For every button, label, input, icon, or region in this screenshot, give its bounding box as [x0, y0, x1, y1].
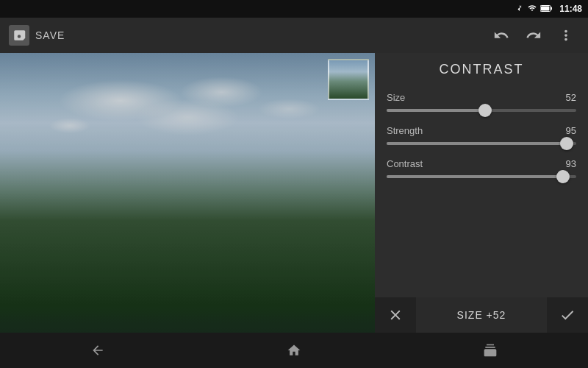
more-button[interactable]	[553, 22, 579, 49]
thumbnail-preview[interactable]	[328, 59, 369, 100]
size-slider-track[interactable]	[387, 109, 576, 112]
photo-background	[0, 53, 375, 333]
battery-icon	[540, 4, 552, 14]
contrast-slider-fill	[387, 175, 563, 178]
strength-label: Strength	[387, 125, 423, 136]
main-area: CONTRAST Size 52 Strength 95	[0, 53, 588, 333]
right-panel: CONTRAST Size 52 Strength 95	[375, 53, 588, 333]
svg-rect-2	[541, 6, 549, 10]
action-status-label: SIZE +52	[416, 297, 547, 333]
redo-button[interactable]	[520, 22, 547, 49]
contrast-slider-track[interactable]	[387, 175, 576, 178]
contrast-label: Contrast	[387, 158, 423, 169]
status-bar: 11:48	[0, 0, 588, 18]
size-slider-thumb[interactable]	[478, 104, 492, 117]
save-label[interactable]: SAVE	[35, 29, 65, 41]
status-icons: 11:48	[515, 4, 582, 14]
bluetooth-icon	[515, 4, 524, 14]
size-label: Size	[387, 92, 405, 103]
recents-button[interactable]	[468, 333, 512, 368]
home-button[interactable]	[272, 333, 316, 368]
time-display: 11:48	[559, 4, 582, 14]
image-panel	[0, 53, 375, 333]
size-slider-header: Size 52	[387, 92, 576, 103]
cancel-button[interactable]	[375, 297, 416, 333]
action-bar: SIZE +52	[375, 297, 588, 333]
size-slider-fill	[387, 109, 485, 112]
contrast-slider-thumb[interactable]	[556, 170, 570, 183]
strength-slider-track[interactable]	[387, 142, 576, 145]
contrast-slider-row: Contrast 93	[387, 158, 576, 178]
back-button[interactable]	[76, 333, 120, 368]
size-value: 52	[566, 92, 576, 103]
wifi-icon	[527, 4, 537, 14]
strength-slider-row: Strength 95	[387, 125, 576, 145]
strength-slider-fill	[387, 142, 567, 145]
strength-slider-header: Strength 95	[387, 125, 576, 136]
panel-title: CONTRAST	[387, 62, 576, 77]
contrast-slider-header: Contrast 93	[387, 158, 576, 169]
size-slider-row: Size 52	[387, 92, 576, 112]
confirm-button[interactable]	[547, 297, 588, 333]
contrast-value: 93	[566, 158, 576, 169]
strength-value: 95	[566, 125, 576, 136]
toolbar-actions	[488, 22, 579, 49]
svg-rect-1	[551, 7, 553, 10]
save-icon	[9, 25, 29, 46]
strength-slider-thumb[interactable]	[560, 137, 573, 150]
navigation-bar	[0, 333, 588, 368]
undo-button[interactable]	[488, 22, 514, 49]
top-toolbar: SAVE	[0, 18, 588, 53]
